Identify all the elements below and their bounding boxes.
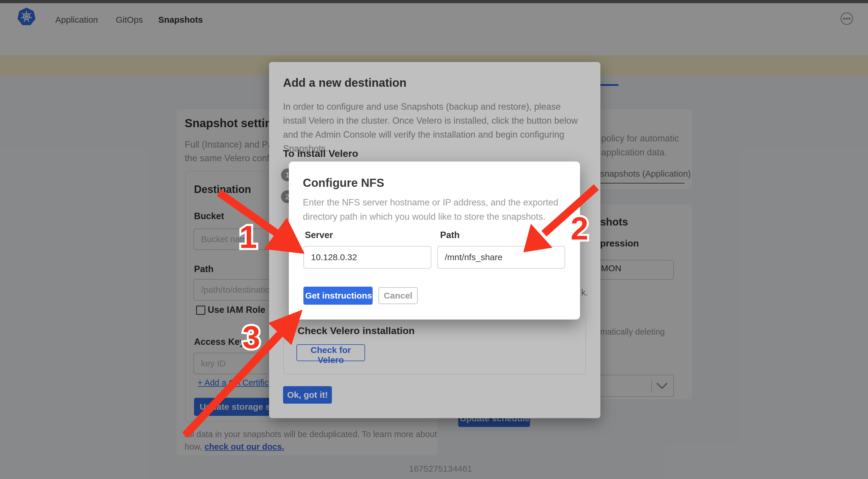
configure-nfs-description: Enter the NFS server hostname or IP addr… [303,195,567,224]
configure-nfs-title: Configure NFS [303,176,384,189]
nfs-path-input[interactable] [437,246,565,269]
server-input[interactable] [303,246,431,269]
server-label: Server [305,230,333,240]
nfs-path-label: Path [440,230,460,240]
get-instructions-button[interactable]: Get instructions [303,287,373,305]
configure-nfs-modal: Configure NFS Enter the NFS server hostn… [289,161,580,320]
app-root: Application GitOps Snapshots Full Snapsh… [0,0,868,479]
cancel-button[interactable]: Cancel [378,287,418,304]
